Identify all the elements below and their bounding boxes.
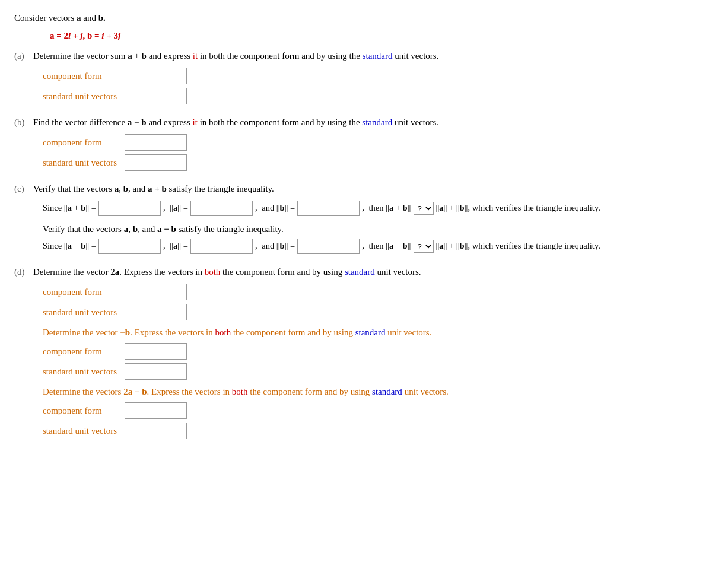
norma1-label: ||a|| =	[168, 201, 188, 215]
title-a-bold: a	[77, 13, 81, 23]
part-b-letter: (b)	[14, 115, 33, 129]
part-b-section: (b) Find the vector difference a − b and…	[14, 115, 714, 171]
part-d-comp1-row: component form	[43, 284, 714, 300]
v2-a: a	[124, 224, 129, 234]
part-d-comp2-label: component form	[43, 344, 120, 358]
part-c-vec-a: a	[115, 184, 119, 193]
equation-line: a = 2i + j, b = i + 3j	[50, 28, 714, 43]
part-b-text: Find the vector difference a − b and exp…	[33, 115, 714, 129]
part-c-row1: Since ||a + b|| = , ||a|| = , and ||b|| …	[43, 201, 714, 216]
part-c-letter: (c)	[14, 182, 33, 196]
part-a-it: it	[193, 51, 198, 61]
part-b-header: (b) Find the vector difference a − b and…	[14, 115, 714, 129]
part-c-aplusb: a + b	[148, 184, 167, 193]
since2-label: Since ||a − b|| =	[43, 239, 96, 253]
v2-aminusb: a − b	[157, 224, 176, 234]
part-b-comp-input[interactable]	[125, 134, 187, 151]
comma1: ,	[163, 201, 166, 215]
part-d-unit2-row: standard unit vectors	[43, 363, 714, 380]
comma6: ,	[362, 239, 364, 253]
part-c-section: (c) Verify that the vectors a, b, and a …	[14, 182, 714, 254]
equation-text: a = 2i + j, b = i + 3j	[50, 31, 120, 40]
part-d-comp2-row: component form	[43, 343, 714, 360]
then1-label: then ||a + b||	[367, 201, 411, 215]
part-d-letter: (d)	[14, 265, 33, 279]
part-d-section: (d) Determine the vector 2a. Express the…	[14, 265, 714, 439]
part-d-both1: both	[205, 267, 221, 277]
part-b-vec-a: a	[128, 118, 132, 127]
norma1-input[interactable]	[190, 201, 253, 216]
part-c-vec-b: b	[123, 184, 128, 193]
title-consider: Consider vectors	[14, 13, 74, 23]
part-d-comp2-input[interactable]	[125, 343, 187, 360]
part-a-vec-a: a	[128, 51, 132, 61]
title-line: Consider vectors a and b.	[14, 11, 714, 25]
part-a-vec-b: b	[142, 51, 147, 61]
part-d-comp1-input[interactable]	[125, 284, 187, 300]
part-d-comp3-input[interactable]	[125, 402, 187, 419]
part-d-2ab-header: Determine the vectors 2a − b. Express th…	[43, 385, 714, 399]
part-d-negb-header: Determine the vector −b. Express the vec…	[43, 325, 714, 339]
part-b-unit-input[interactable]	[125, 154, 187, 171]
part-d-standard3: standard	[372, 387, 402, 396]
part-b-standard: standard	[362, 118, 392, 127]
norm-sum2-label: ||a|| + ||b||, which verifies the triang…	[436, 239, 600, 253]
part-d-unit2-input[interactable]	[125, 363, 187, 380]
part-d-unit3-row: standard unit vectors	[43, 423, 714, 439]
part-a-header: (a) Determine the vector sum a + b and e…	[14, 49, 714, 63]
part-c-row2: Since ||a − b|| = , ||a|| = , and ||b|| …	[43, 239, 714, 254]
part-b-comp-row: component form	[43, 134, 714, 151]
part-d-unit3-input[interactable]	[125, 423, 187, 439]
part-b-comp-label: component form	[43, 135, 120, 150]
norma2-input[interactable]	[190, 239, 253, 254]
part-b-it: it	[193, 118, 198, 127]
part-b-vec-b: b	[141, 118, 146, 127]
part-a-comp-row: component form	[43, 68, 714, 84]
and-norm1-label: and ||b|| =	[260, 201, 295, 215]
part-d-standard1: standard	[345, 267, 375, 277]
part-d-unit1-input[interactable]	[125, 304, 187, 320]
dropdown1[interactable]: ? ≤ < > ≥ =	[414, 202, 434, 215]
2ab-b: b	[142, 387, 147, 396]
part-d-both2: both	[215, 328, 231, 337]
norma2-label: ||a|| =	[168, 239, 188, 253]
then2-label: then ||a − b||	[367, 239, 411, 253]
dropdown2[interactable]: ? ≤ < > ≥ =	[414, 240, 434, 253]
part-d-unit1-label: standard unit vectors	[43, 305, 120, 319]
part-a-letter: (a)	[14, 49, 33, 63]
normb2-input[interactable]	[297, 239, 360, 254]
part-c-text: Verify that the vectors a, b, and a + b …	[33, 182, 714, 196]
part-c-header: (c) Verify that the vectors a, b, and a …	[14, 182, 714, 196]
part-a-unit-row: standard unit vectors	[43, 88, 714, 104]
negb-b: b	[125, 328, 130, 337]
since1-label: Since ||a + b|| =	[43, 201, 96, 215]
since1-input[interactable]	[98, 201, 161, 216]
part-a-comp-label: component form	[43, 69, 120, 83]
part-a-unit-label: standard unit vectors	[43, 89, 120, 103]
part-d-text: Determine the vector 2a. Express the vec…	[33, 265, 714, 279]
part-a-unit-input[interactable]	[125, 88, 187, 104]
title-and: and	[83, 13, 96, 23]
title-b-bold: b.	[98, 13, 106, 23]
comma5: ,	[255, 239, 257, 253]
comma2: ,	[255, 201, 257, 215]
comma4: ,	[163, 239, 166, 253]
since2-input[interactable]	[98, 239, 161, 254]
part-b-unit-label: standard unit vectors	[43, 155, 120, 170]
part-a-comp-input[interactable]	[125, 68, 187, 84]
comma3: ,	[362, 201, 364, 215]
verify2-header: Verify that the vectors a, b, and a − b …	[43, 222, 714, 236]
v2-b: b	[133, 224, 138, 234]
normb1-input[interactable]	[297, 201, 360, 216]
part-d-comp1-label: component form	[43, 285, 120, 299]
part-d-header: (d) Determine the vector 2a. Express the…	[14, 265, 714, 279]
part-d-unit3-label: standard unit vectors	[43, 424, 120, 438]
2ab-a: a	[128, 387, 133, 396]
part-d-comp3-label: component form	[43, 404, 120, 418]
part-d-comp3-row: component form	[43, 402, 714, 419]
part-a-section: (a) Determine the vector sum a + b and e…	[14, 49, 714, 104]
norm-sum1-label: ||a|| + ||b||, which verifies the triang…	[436, 201, 600, 215]
part-a-standard: standard	[363, 51, 393, 61]
part-d-standard2: standard	[355, 328, 386, 337]
part-d-unit2-label: standard unit vectors	[43, 364, 120, 379]
